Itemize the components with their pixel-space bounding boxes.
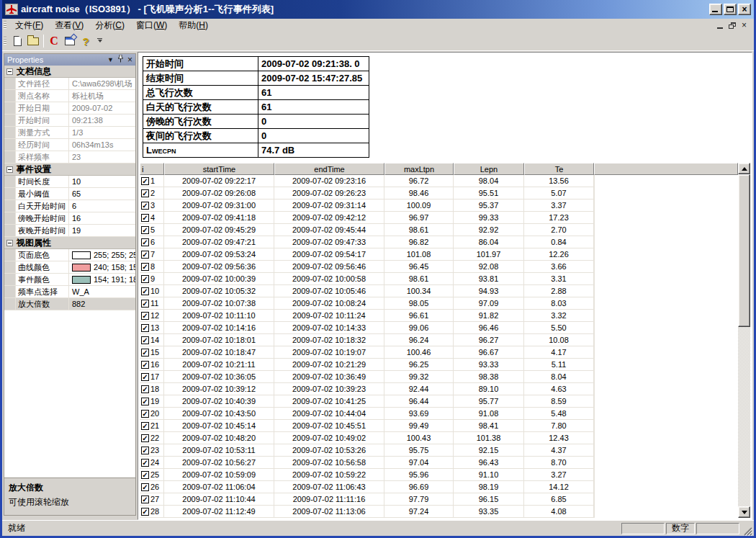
menu-item-V[interactable]: 查看(V) <box>49 19 89 31</box>
row-checkbox[interactable]: ✓ <box>141 508 149 516</box>
property-row[interactable]: 开始时间09:21:38 <box>4 115 135 127</box>
table-row[interactable]: ✓192009-07-02 10:40:392009-07-02 10:41:2… <box>140 395 738 408</box>
property-section-header[interactable]: 事件设置 <box>4 163 135 176</box>
mdi-restore-icon[interactable] <box>729 22 736 29</box>
property-section-header[interactable]: 文档信息 <box>4 66 135 78</box>
color-swatch[interactable] <box>72 264 91 272</box>
menu-item-F[interactable]: 文件(F) <box>9 19 49 31</box>
table-row[interactable]: ✓102009-07-02 10:05:322009-07-02 10:05:4… <box>140 285 738 297</box>
table-row[interactable]: ✓252009-07-02 10:59:092009-07-02 10:59:2… <box>140 469 738 481</box>
row-checkbox[interactable]: ✓ <box>141 496 149 503</box>
row-checkbox[interactable]: ✓ <box>141 214 149 222</box>
close-icon[interactable]: × <box>127 55 132 65</box>
property-value[interactable]: C:\awa6298\机场 <box>69 79 135 89</box>
property-value[interactable]: 240; 158; 158 <box>69 263 135 272</box>
calibration-button[interactable]: C <box>46 34 62 49</box>
row-checkbox[interactable]: ✓ <box>141 410 149 418</box>
menu-item-C[interactable]: 分析(C) <box>89 19 130 31</box>
property-value[interactable]: 154; 191; 184 <box>69 275 135 284</box>
table-row[interactable]: ✓22009-07-02 09:26:082009-07-02 09:26:23… <box>140 187 738 199</box>
table-row[interactable]: ✓142009-07-02 10:18:012009-07-02 10:18:3… <box>140 334 738 346</box>
table-row[interactable]: ✓92009-07-02 10:00:392009-07-02 10:00:58… <box>140 273 738 285</box>
row-checkbox[interactable]: ✓ <box>141 471 149 479</box>
property-value[interactable]: 06h34m13s <box>69 140 135 149</box>
table-row[interactable]: ✓182009-07-02 10:39:122009-07-02 10:39:2… <box>140 383 738 395</box>
table-row[interactable]: ✓72009-07-02 09:53:242009-07-02 09:54:17… <box>140 248 738 261</box>
row-checkbox[interactable]: ✓ <box>141 349 149 357</box>
row-checkbox[interactable]: ✓ <box>141 202 149 210</box>
column-header-startTime[interactable]: startTime <box>164 163 274 175</box>
mdi-close-icon[interactable]: × <box>742 22 747 29</box>
close-button[interactable]: × <box>738 4 751 15</box>
property-section-header[interactable]: 视图属性 <box>4 237 135 249</box>
table-row[interactable]: ✓162009-07-02 10:21:112009-07-02 10:21:2… <box>140 359 738 371</box>
table-row[interactable]: ✓242009-07-02 10:56:272009-07-02 10:56:5… <box>140 457 738 469</box>
table-row[interactable]: ✓172009-07-02 10:36:052009-07-02 10:36:4… <box>140 371 738 383</box>
scroll-down-button[interactable] <box>738 506 750 518</box>
property-row[interactable]: 时间长度10 <box>4 176 135 188</box>
menu-item-W[interactable]: 窗口(W) <box>130 19 173 31</box>
collapse-icon[interactable] <box>6 240 13 246</box>
scrollbar-thumb[interactable] <box>738 174 750 327</box>
property-row[interactable]: 开始日期2009-07-02 <box>4 102 135 115</box>
resize-grip[interactable] <box>742 525 752 536</box>
property-value[interactable]: 09:21:38 <box>69 116 135 125</box>
new-document-button[interactable] <box>9 34 25 49</box>
property-row[interactable]: 最小阈值65 <box>4 188 135 200</box>
row-checkbox[interactable]: ✓ <box>141 300 149 308</box>
table-row[interactable]: ✓122009-07-02 10:11:102009-07-02 10:11:2… <box>140 310 738 322</box>
property-row[interactable]: 白天开始时间6 <box>4 200 135 212</box>
row-checkbox[interactable]: ✓ <box>141 373 149 381</box>
property-value[interactable]: 1/3 <box>69 128 135 137</box>
table-row[interactable]: ✓152009-07-02 10:18:472009-07-02 10:19:0… <box>140 346 738 359</box>
column-header-maxLtpn[interactable]: maxLtpn <box>384 163 454 175</box>
property-row[interactable]: 傍晚开始时间16 <box>4 212 135 225</box>
table-row[interactable]: ✓42009-07-02 09:41:182009-07-02 09:42:12… <box>140 212 738 224</box>
property-row[interactable]: 测量方式1/3 <box>4 127 135 139</box>
row-checkbox[interactable]: ✓ <box>141 226 149 234</box>
table-row[interactable]: ✓52009-07-02 09:45:292009-07-02 09:45:44… <box>140 224 738 236</box>
property-value[interactable]: 65 <box>69 189 135 198</box>
column-header-Te[interactable]: Te <box>524 163 594 175</box>
help-button[interactable]: ? <box>78 34 94 49</box>
table-row[interactable]: ✓212009-07-02 10:45:142009-07-02 10:45:5… <box>140 420 738 432</box>
property-value[interactable]: 6 <box>69 202 135 210</box>
row-checkbox[interactable]: ✓ <box>141 336 149 344</box>
property-row[interactable]: 放大倍数882 <box>4 298 135 310</box>
properties-button[interactable] <box>62 34 78 49</box>
menubar-grip[interactable] <box>4 21 6 30</box>
property-row[interactable]: 文件路径C:\awa6298\机场 <box>4 78 135 90</box>
menu-item-H[interactable]: 帮助(H) <box>173 19 214 31</box>
table-row[interactable]: ✓12009-07-02 09:22:172009-07-02 09:23:16… <box>140 175 738 187</box>
property-row[interactable]: 测点名称栎社机场 <box>4 90 135 102</box>
table-row[interactable]: ✓132009-07-02 10:14:162009-07-02 10:14:3… <box>140 322 738 334</box>
open-file-button[interactable] <box>25 34 41 49</box>
property-value[interactable]: 19 <box>69 226 135 235</box>
property-value[interactable]: 栎社机场 <box>69 91 135 102</box>
toolbar-grip[interactable] <box>4 37 6 45</box>
color-swatch[interactable] <box>72 251 91 259</box>
table-row[interactable]: ✓82009-07-02 09:56:362009-07-02 09:56:46… <box>140 261 738 273</box>
property-row[interactable]: 曲线颜色240; 158; 158 <box>4 261 135 274</box>
table-row[interactable]: ✓282009-07-02 11:12:492009-07-02 11:13:0… <box>140 506 738 518</box>
property-value[interactable]: W_A <box>69 287 135 296</box>
collapse-icon[interactable] <box>6 68 13 75</box>
property-value[interactable]: 255; 255; 255 <box>69 251 135 259</box>
minimize-button[interactable] <box>709 4 722 15</box>
property-row[interactable]: 采样频率23 <box>4 151 135 163</box>
row-checkbox[interactable]: ✓ <box>141 434 149 442</box>
table-row[interactable]: ✓232009-07-02 10:53:112009-07-02 10:53:2… <box>140 444 738 457</box>
toolbar-overflow-button[interactable] <box>95 34 104 48</box>
table-row[interactable]: ✓32009-07-02 09:31:002009-07-02 09:31:14… <box>140 199 738 212</box>
column-header-endTime[interactable]: endTime <box>274 163 384 175</box>
property-row[interactable]: 经历时间06h34m13s <box>4 139 135 151</box>
row-checkbox[interactable]: ✓ <box>141 447 149 454</box>
property-value[interactable]: 10 <box>69 177 135 186</box>
table-row[interactable]: ✓222009-07-02 10:48:202009-07-02 10:49:0… <box>140 432 738 444</box>
property-value[interactable]: 882 <box>69 300 135 308</box>
row-checkbox[interactable]: ✓ <box>141 361 149 369</box>
row-checkbox[interactable]: ✓ <box>141 238 149 246</box>
pin-icon[interactable] <box>117 55 124 66</box>
vertical-scrollbar[interactable] <box>738 163 750 518</box>
scroll-up-button[interactable] <box>738 163 750 174</box>
